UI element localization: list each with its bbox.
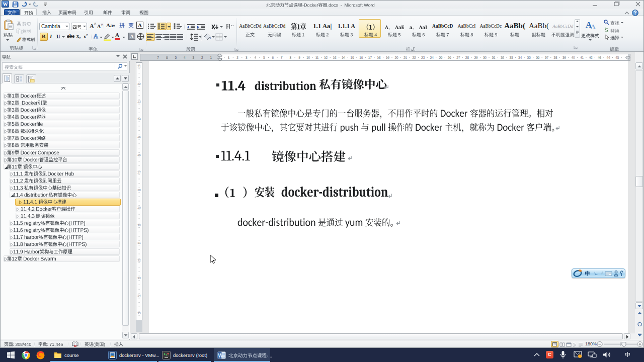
svg-text:27: 27 [137,171,141,174]
svg-text:41: 41 [580,56,584,59]
svg-text:26: 26 [137,153,141,156]
svg-text:35: 35 [137,312,141,315]
svg-text:3: 3 [192,56,194,59]
svg-text:24: 24 [430,56,434,59]
svg-text:32: 32 [501,56,505,59]
svg-text:7: 7 [157,56,159,59]
svg-text:29: 29 [137,206,141,209]
svg-text:6: 6 [166,56,168,59]
svg-text:33: 33 [509,56,513,59]
svg-text:16: 16 [359,56,363,59]
svg-text:1: 1 [210,56,212,59]
svg-text:23: 23 [137,100,141,103]
svg-text:31: 31 [137,241,141,244]
svg-text:40: 40 [571,56,575,59]
svg-text:21: 21 [404,56,408,59]
svg-text:35: 35 [527,56,531,59]
svg-text:25: 25 [137,135,141,138]
svg-text:44: 44 [607,56,611,59]
svg-text:A: A [591,23,596,30]
svg-text:21: 21 [137,65,141,68]
svg-text:23: 23 [421,56,425,59]
svg-text:37: 37 [545,56,549,59]
svg-text:43: 43 [598,56,602,59]
svg-text:38: 38 [553,56,557,59]
svg-text:29: 29 [474,56,478,59]
svg-text:24: 24 [137,118,141,121]
svg-text:32: 32 [137,259,141,262]
svg-text:36: 36 [536,56,540,59]
svg-text:17: 17 [368,56,372,59]
svg-text:25: 25 [439,56,443,59]
svg-text:22: 22 [412,56,416,59]
svg-text:33: 33 [137,277,141,280]
svg-text:30: 30 [483,56,487,59]
svg-text:18: 18 [377,56,381,59]
svg-text:34: 34 [137,294,141,297]
svg-text:45: 45 [615,56,619,59]
svg-text:28: 28 [137,189,141,192]
svg-text:2: 2 [201,56,203,59]
svg-text:34: 34 [518,56,522,59]
svg-text:26: 26 [448,56,452,59]
svg-text:22: 22 [137,82,141,85]
svg-text:42: 42 [589,56,593,59]
svg-text:39: 39 [562,56,567,59]
svg-text:4: 4 [184,56,186,59]
svg-text:28: 28 [465,56,469,59]
svg-text:31: 31 [492,56,496,59]
svg-text:30: 30 [137,224,141,227]
svg-text:11: 11 [315,56,319,59]
svg-text:5: 5 [175,56,177,59]
svg-text:20: 20 [394,56,398,59]
svg-text:27: 27 [456,56,460,59]
